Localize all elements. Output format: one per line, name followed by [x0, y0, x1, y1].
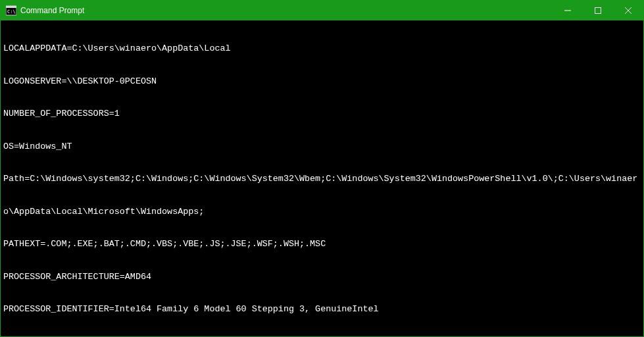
output-line: LOGONSERVER=\\DESKTOP-0PCEOSN	[3, 76, 641, 88]
window-title: Command Prompt	[20, 6, 84, 15]
maximize-button[interactable]	[583, 1, 613, 20]
output-line: PATHEXT=.COM;.EXE;.BAT;.CMD;.VBS;.VBE;.J…	[3, 239, 641, 250]
svg-text:C:\: C:\	[7, 9, 16, 14]
output-line: Path=C:\Windows\system32;C:\Windows;C:\W…	[3, 174, 641, 185]
output-line: o\AppData\Local\Microsoft\WindowsApps;	[3, 207, 641, 218]
command-prompt-window: C:\ Command Prompt LOCALAPPDATA=C:\Users…	[0, 0, 644, 337]
svg-rect-1	[6, 6, 16, 8]
terminal-content[interactable]: LOCALAPPDATA=C:\Users\winaero\AppData\Lo…	[1, 20, 643, 336]
output-line: PROCESSOR_IDENTIFIER=Intel64 Family 6 Mo…	[3, 304, 641, 315]
window-controls	[553, 1, 643, 20]
close-button[interactable]	[613, 1, 643, 20]
output-line: LOCALAPPDATA=C:\Users\winaero\AppData\Lo…	[3, 43, 641, 55]
svg-rect-4	[595, 8, 601, 14]
output-line: OS=Windows_NT	[3, 142, 641, 153]
minimize-button[interactable]	[553, 1, 583, 20]
titlebar[interactable]: C:\ Command Prompt	[1, 1, 643, 20]
output-line: NUMBER_OF_PROCESSORS=1	[3, 109, 641, 120]
cmd-icon: C:\	[6, 5, 16, 16]
output-line: PROCESSOR_ARCHITECTURE=AMD64	[3, 272, 641, 283]
